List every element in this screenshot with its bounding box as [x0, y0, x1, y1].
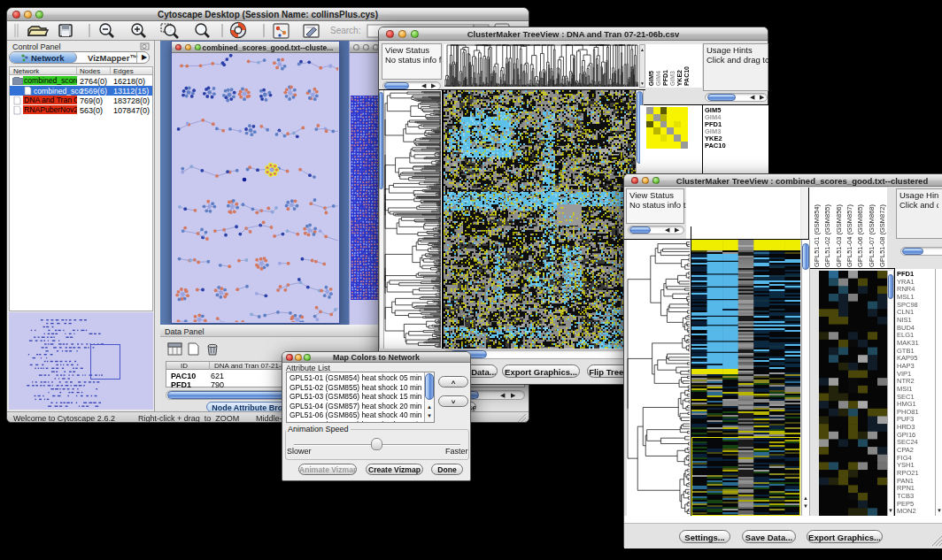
svg-text:Search:: Search: [330, 26, 360, 35]
